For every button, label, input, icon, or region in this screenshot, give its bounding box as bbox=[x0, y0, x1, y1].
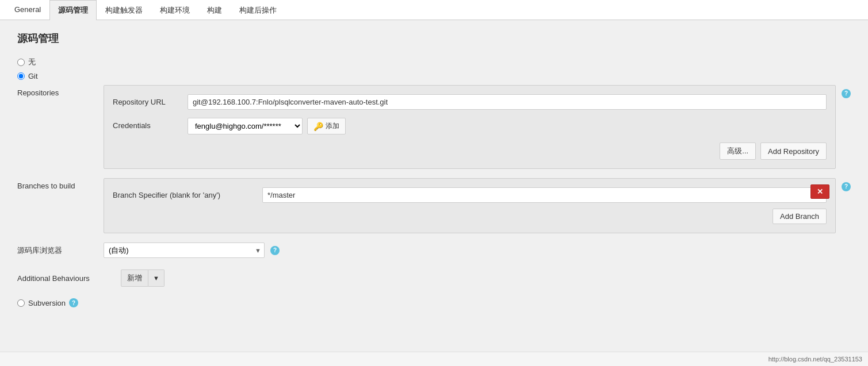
main-content: 源码管理 无 Git Repositories Repository URL bbox=[0, 20, 868, 365]
add-repository-button[interactable]: Add Repository bbox=[760, 142, 827, 160]
branch-specifier-label: Branch Specifier (blank for 'any') bbox=[113, 191, 257, 199]
branch-specifier-field bbox=[262, 187, 827, 203]
credentials-row: Credentials fenglu@highgo.com/****** 🔑 添… bbox=[113, 118, 827, 134]
additional-behaviours-label: Additional Behaviours bbox=[17, 274, 115, 283]
additional-behaviours-row: Additional Behaviours 新增 ▼ bbox=[17, 269, 851, 287]
tab-build[interactable]: 构建 bbox=[198, 0, 231, 20]
branch-specifier-input[interactable] bbox=[262, 187, 827, 203]
tab-build-env[interactable]: 构建环境 bbox=[151, 0, 198, 20]
source-browser-label: 源码库浏览器 bbox=[17, 245, 98, 256]
repos-help-icon[interactable]: ? bbox=[842, 89, 851, 98]
radio-none-label[interactable]: 无 bbox=[28, 57, 36, 67]
repositories-section: Repositories Repository URL Credentials bbox=[17, 85, 851, 169]
radio-git[interactable] bbox=[17, 72, 25, 80]
tab-bar: General 源码管理 构建触发器 构建环境 构建 构建后操作 bbox=[0, 0, 868, 20]
branches-help-icon[interactable]: ? bbox=[842, 182, 851, 191]
repo-url-label: Repository URL bbox=[113, 94, 188, 106]
branches-content: ✕ Branch Specifier (blank for 'any') Add… bbox=[104, 178, 836, 233]
add-credentials-label: 添加 bbox=[326, 121, 339, 131]
credentials-field: fenglu@highgo.com/****** 🔑 添加 bbox=[188, 118, 827, 134]
key-icon: 🔑 bbox=[313, 122, 323, 131]
branches-panel-buttons: Add Branch bbox=[113, 209, 827, 224]
add-new-button[interactable]: 新增 bbox=[121, 269, 148, 287]
radio-none[interactable] bbox=[17, 59, 25, 66]
credentials-label: Credentials bbox=[113, 118, 188, 130]
add-branch-button[interactable]: Add Branch bbox=[773, 209, 827, 224]
repositories-label: Repositories bbox=[17, 85, 98, 97]
add-credentials-button[interactable]: 🔑 添加 bbox=[307, 118, 346, 134]
delete-branch-button[interactable]: ✕ bbox=[810, 184, 829, 199]
credentials-select[interactable]: fenglu@highgo.com/****** bbox=[188, 118, 303, 134]
tab-post[interactable]: 构建后操作 bbox=[231, 0, 285, 20]
radio-git-label[interactable]: Git bbox=[28, 72, 38, 80]
radio-subversion[interactable] bbox=[17, 299, 25, 307]
radio-none-group: 无 bbox=[17, 57, 851, 67]
branches-label: Branches to build bbox=[17, 178, 98, 190]
page-title: 源码管理 bbox=[17, 32, 851, 45]
repos-help-icon-wrap: ? bbox=[842, 88, 851, 98]
tab-trigger[interactable]: 构建触发器 bbox=[97, 0, 151, 20]
branch-row: Branch Specifier (blank for 'any') bbox=[113, 187, 827, 203]
repositories-panel: Repository URL Credentials fenglu@highgo… bbox=[104, 85, 836, 169]
bottom-bar: http://blog.csdn.net/qq_23531153 bbox=[0, 352, 868, 365]
bottom-link: http://blog.csdn.net/qq_23531153 bbox=[768, 356, 862, 363]
tab-general[interactable]: General bbox=[6, 0, 49, 20]
branches-help-icon-wrap: ? bbox=[842, 182, 851, 191]
source-browser-help-icon[interactable]: ? bbox=[270, 246, 280, 255]
source-browser-row: 源码库浏览器 (自动) ▼ ? bbox=[17, 242, 851, 258]
radio-git-group: Git bbox=[17, 72, 851, 80]
repo-url-input[interactable] bbox=[188, 94, 827, 110]
branches-panel: ✕ Branch Specifier (blank for 'any') Add… bbox=[104, 178, 836, 233]
add-new-dropdown-toggle[interactable]: ▼ bbox=[148, 269, 165, 287]
advanced-button[interactable]: 高级... bbox=[720, 142, 756, 160]
delete-branch-wrap: ✕ bbox=[810, 184, 829, 199]
repositories-content: Repository URL Credentials fenglu@highgo… bbox=[104, 85, 836, 169]
repo-url-field bbox=[188, 94, 827, 110]
source-browser-select-wrap: (自动) ▼ bbox=[104, 242, 265, 258]
repo-url-row: Repository URL bbox=[113, 94, 827, 110]
tab-scm[interactable]: 源码管理 bbox=[49, 0, 97, 20]
source-browser-select[interactable]: (自动) bbox=[104, 242, 265, 258]
subversion-label[interactable]: Subversion bbox=[28, 299, 66, 307]
subversion-row: Subversion ? bbox=[17, 298, 851, 307]
add-new-wrap: 新增 ▼ bbox=[121, 269, 165, 287]
repos-panel-buttons: 高级... Add Repository bbox=[113, 142, 827, 160]
branches-section: Branches to build ✕ Branch Specifier (bl… bbox=[17, 178, 851, 233]
credentials-controls: fenglu@highgo.com/****** 🔑 添加 bbox=[188, 118, 827, 134]
subversion-help-icon[interactable]: ? bbox=[69, 298, 78, 307]
